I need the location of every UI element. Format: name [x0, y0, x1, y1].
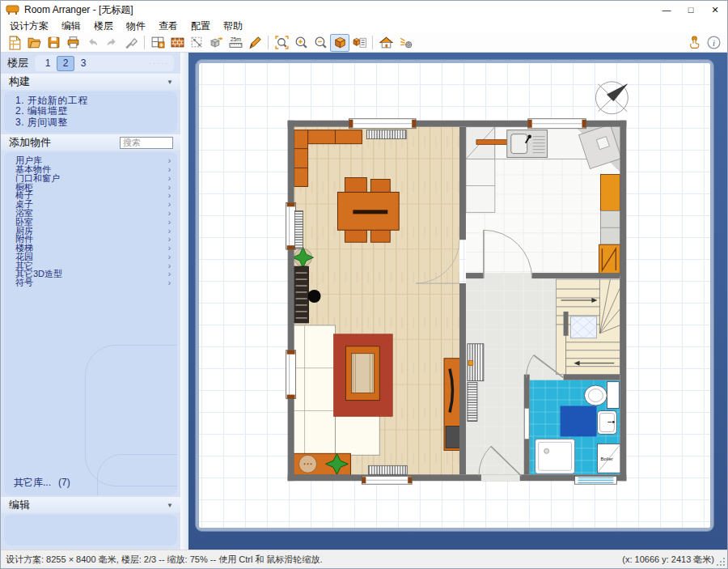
room-wizard-icon [150, 35, 166, 50]
redo-button[interactable] [102, 34, 121, 52]
build-step-link[interactable]: 3. 房间调整 [15, 117, 172, 128]
render-settings-button[interactable] [396, 34, 415, 52]
edit-section-header[interactable]: 编辑 ▼ [1, 497, 180, 513]
close-button[interactable]: ✕ [703, 1, 727, 19]
new-document-icon [7, 35, 23, 50]
menu-item[interactable]: 查看 [152, 19, 184, 34]
kitchen-cabinets-right[interactable] [599, 175, 620, 276]
categories-list: 用户库 › 基本物件 › 门口和窗户 › 橱柜 › [15, 156, 171, 287]
drawing-page[interactable]: Boiler [199, 63, 710, 528]
watermark-shape [85, 345, 177, 486]
move-cube-icon [209, 35, 224, 50]
house-icon [379, 35, 394, 50]
tv-cabinet[interactable] [444, 359, 461, 451]
app-icon [6, 5, 19, 15]
chevron-down-icon[interactable]: ▼ [167, 79, 173, 86]
edit-title: 编辑 [9, 498, 30, 512]
save-icon [46, 35, 61, 50]
menu-item[interactable]: 编辑 [55, 19, 87, 34]
menu-item[interactable]: 配置 [184, 19, 217, 34]
menu-item[interactable]: 设计方案 [3, 19, 55, 34]
wall-button[interactable] [167, 34, 187, 52]
object-list-button[interactable] [349, 34, 369, 52]
floors-label: 楼层 [7, 56, 28, 70]
view-3d-button[interactable] [330, 34, 349, 52]
pointer-mode-button[interactable] [684, 34, 704, 52]
category-item[interactable]: 楼梯 › [15, 244, 171, 253]
floors-row: 楼层 1 2 3 ····· [1, 53, 180, 74]
category-item[interactable]: 卧室 › [15, 218, 171, 227]
coffee-table[interactable] [345, 346, 379, 401]
print-button[interactable] [63, 34, 83, 52]
measure-button[interactable]: 25m [226, 34, 245, 52]
menu-item[interactable]: 楼层 [87, 19, 120, 34]
category-item[interactable]: 其它3D造型 › [15, 270, 171, 279]
build-step-link[interactable]: 1. 开始新的工程 [15, 96, 172, 106]
search-input[interactable] [120, 137, 173, 149]
zoom-fit-button[interactable] [272, 34, 291, 52]
floor-button-2[interactable]: 2 [57, 57, 74, 70]
wall-bricks-icon [170, 35, 185, 50]
floor-plan[interactable]: Boiler [199, 63, 710, 528]
draw-button[interactable] [245, 34, 265, 52]
chevron-right-icon: › [168, 270, 171, 278]
hall-radiator[interactable] [468, 383, 477, 422]
boiler[interactable]: Boiler [597, 444, 620, 473]
info-icon: i [706, 35, 722, 50]
zoom-out-button[interactable] [311, 34, 330, 52]
maximize-button[interactable]: □ [679, 1, 703, 19]
help-info-button[interactable]: i [704, 34, 723, 52]
category-item[interactable]: 附件 › [15, 235, 171, 244]
print-icon [66, 35, 81, 50]
sidebar-splitter[interactable] [180, 53, 188, 550]
menu-item[interactable]: 物件 [120, 19, 152, 34]
object-list-icon [352, 35, 367, 50]
bath-mat[interactable] [561, 406, 597, 437]
zoom-in-button[interactable] [291, 34, 311, 52]
category-item[interactable]: 桌子 › [15, 200, 171, 209]
category-item[interactable]: 花园 › [15, 253, 171, 261]
build-step-link[interactable]: 2. 编辑墙壁 [15, 106, 172, 117]
chevron-right-icon: › [168, 191, 171, 200]
categories-panel: 用户库 › 基本物件 › 门口和窗户 › 橱柜 › [4, 152, 177, 495]
new-button[interactable] [5, 34, 24, 52]
undo-icon [85, 35, 100, 50]
move-object-button[interactable] [206, 34, 226, 52]
chevron-right-icon: › [168, 253, 171, 261]
chevron-right-icon: › [168, 165, 171, 174]
category-item[interactable]: 门口和窗户 › [15, 174, 171, 183]
room-wizard-button[interactable] [148, 34, 167, 52]
menu-item[interactable]: 帮助 [217, 19, 249, 34]
hall-bench[interactable] [468, 344, 484, 381]
undo-button[interactable] [83, 34, 102, 52]
floor-button-1[interactable]: 1 [40, 57, 56, 70]
bookshelf[interactable] [294, 266, 309, 323]
mdi-background: Boiler [188, 53, 727, 550]
brush-icon [124, 35, 139, 50]
document-window: Boiler [195, 59, 714, 532]
chevron-down-icon[interactable]: ▼ [167, 502, 173, 509]
chevron-right-icon: › [168, 200, 171, 209]
side-table[interactable] [294, 453, 351, 475]
category-item[interactable]: 浴室 › [15, 209, 171, 218]
kitchen-sink[interactable] [507, 130, 548, 158]
shower-tray[interactable] [535, 439, 575, 473]
category-item[interactable]: 厨房 › [15, 227, 171, 236]
more-libraries-link[interactable]: 其它库...(7) [14, 476, 70, 490]
floor-button-3[interactable]: 3 [75, 57, 91, 70]
minimize-button[interactable]: — [654, 1, 679, 19]
scale-select-button[interactable] [187, 34, 206, 52]
save-button[interactable] [44, 34, 63, 52]
washbasin[interactable] [597, 411, 616, 435]
build-title: 构建 [9, 74, 30, 89]
chevron-right-icon: › [168, 261, 171, 270]
category-item[interactable]: 椅子 › [15, 191, 171, 200]
show-walls-button[interactable] [376, 34, 396, 52]
build-section-header[interactable]: 构建 ▼ [1, 74, 180, 90]
resize-grip[interactable] [716, 557, 726, 567]
floor-lamp[interactable] [308, 290, 321, 303]
chevron-right-icon: › [168, 278, 171, 287]
format-brush-button[interactable] [121, 34, 141, 52]
open-button[interactable] [24, 34, 44, 52]
compass-icon[interactable] [595, 82, 628, 114]
